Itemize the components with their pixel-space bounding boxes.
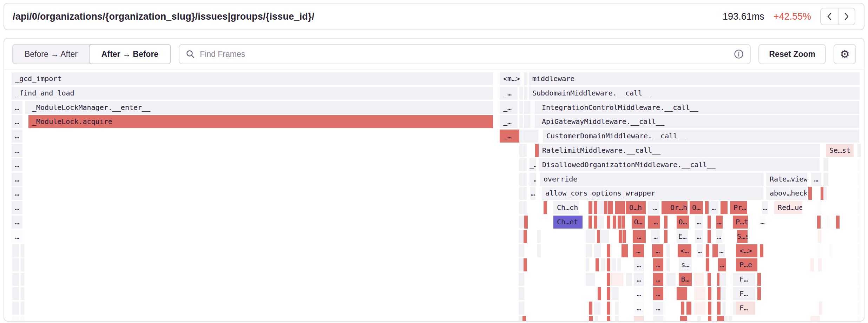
flame-frame[interactable] [586, 258, 589, 271]
flame-frame[interactable] [857, 230, 861, 243]
flame-frame[interactable]: abov…heck [766, 187, 807, 200]
flame-frame[interactable]: … [709, 201, 718, 214]
flame-frame[interactable] [717, 302, 721, 315]
flame-frame[interactable]: … [651, 201, 659, 214]
search-input[interactable] [199, 49, 730, 59]
flame-frame[interactable] [827, 216, 830, 229]
flame-frame[interactable]: Ch…et [553, 216, 583, 229]
flame-frame[interactable]: … [653, 316, 663, 322]
flame-frame[interactable] [588, 201, 592, 214]
flame-frame[interactable] [608, 201, 613, 214]
flame-frame[interactable] [757, 273, 761, 286]
flame-frame[interactable] [601, 258, 605, 271]
flame-frame[interactable] [708, 273, 711, 286]
flame-frame[interactable]: _… [500, 130, 520, 143]
flame-frame[interactable] [857, 316, 861, 322]
flame-frame[interactable]: DisallowedOrganizationMiddleware.__call_… [539, 158, 820, 171]
flame-frame[interactable] [694, 302, 705, 315]
flame-frame[interactable] [535, 130, 538, 143]
flame-frame[interactable] [597, 302, 600, 315]
flame-frame[interactable]: allow_cors_options_wrapper [542, 187, 763, 200]
flame-frame[interactable] [589, 316, 593, 322]
flame-frame[interactable]: … [12, 115, 22, 128]
flame-frame[interactable] [523, 144, 527, 157]
flame-frame[interactable] [535, 115, 538, 128]
flame-frame[interactable]: … [651, 230, 660, 243]
flame-frame[interactable]: … [634, 287, 644, 300]
flame-frame[interactable]: … [12, 101, 22, 114]
flame-frame[interactable] [21, 244, 24, 257]
flame-frame[interactable] [823, 187, 827, 200]
flame-frame[interactable] [607, 216, 610, 229]
flame-frame[interactable]: … [718, 244, 725, 257]
flame-frame[interactable] [818, 258, 822, 271]
flame-frame[interactable] [12, 316, 19, 322]
flame-frame[interactable] [686, 302, 691, 315]
flame-frame[interactable]: … [695, 230, 703, 243]
flame-frame[interactable] [519, 101, 523, 114]
flame-frame[interactable] [607, 258, 610, 271]
flame-frame[interactable] [589, 302, 592, 315]
toggle-before-after[interactable]: Before → After [13, 45, 90, 64]
flame-frame[interactable]: … [653, 258, 663, 271]
flame-frame[interactable]: … [651, 216, 660, 229]
flame-frame[interactable] [622, 216, 625, 229]
flame-frame[interactable] [829, 244, 833, 257]
flame-frame[interactable] [527, 101, 531, 114]
flame-frame[interactable]: _… [530, 173, 536, 186]
flame-frame[interactable] [519, 158, 523, 171]
flame-frame[interactable]: … [634, 302, 644, 315]
flame-frame[interactable] [681, 302, 684, 315]
flame-frame[interactable] [519, 187, 523, 200]
flame-frame[interactable]: P…t [736, 216, 748, 229]
flame-frame[interactable] [721, 316, 724, 322]
flame-frame[interactable]: _… [500, 87, 518, 100]
flame-frame[interactable]: … [12, 187, 22, 200]
flame-frame[interactable] [519, 201, 523, 214]
flame-frame[interactable] [607, 273, 610, 286]
flame-frame[interactable]: _… [500, 115, 518, 128]
flame-frame[interactable] [624, 244, 628, 257]
flame-frame[interactable] [619, 230, 622, 243]
flame-frame[interactable] [596, 258, 599, 271]
prev-button[interactable] [821, 8, 838, 25]
flame-frame[interactable] [648, 216, 651, 229]
flame-frame[interactable] [531, 115, 534, 128]
flame-frame[interactable] [664, 230, 668, 243]
flame-frame[interactable] [857, 216, 861, 229]
flame-frame[interactable]: middleware [529, 72, 860, 85]
flame-frame[interactable]: S…s [737, 230, 748, 243]
flame-frame[interactable] [594, 244, 598, 257]
flame-frame[interactable] [524, 72, 527, 85]
flame-frame[interactable] [719, 273, 726, 286]
flame-frame[interactable] [21, 258, 24, 271]
flame-frame[interactable] [537, 230, 541, 243]
flame-frame[interactable]: … [716, 216, 723, 229]
flame-frame[interactable] [21, 316, 24, 322]
flame-frame[interactable] [857, 302, 861, 315]
flame-frame[interactable] [519, 130, 523, 143]
flame-frame[interactable] [595, 316, 598, 322]
flame-frame[interactable] [823, 173, 828, 186]
flame-frame[interactable] [666, 244, 670, 257]
flame-frame[interactable]: … [695, 216, 703, 229]
flame-frame[interactable] [523, 158, 527, 171]
flame-frame[interactable]: Se…st [826, 144, 854, 157]
flame-frame[interactable] [12, 287, 19, 300]
flame-frame[interactable]: <… [678, 244, 691, 257]
flame-frame[interactable] [857, 158, 861, 171]
flame-frame[interactable] [12, 258, 19, 271]
flame-frame[interactable]: O… [632, 216, 645, 229]
flame-frame[interactable] [544, 201, 547, 214]
flame-frame[interactable] [808, 187, 812, 200]
flame-frame[interactable]: … [653, 273, 663, 286]
flame-frame[interactable]: F… [736, 273, 755, 286]
flame-frame[interactable] [21, 273, 24, 286]
flame-frame[interactable] [857, 187, 861, 200]
flame-frame[interactable]: … [633, 230, 646, 243]
flame-frame[interactable]: … [12, 230, 23, 243]
flame-frame[interactable] [519, 173, 523, 186]
flame-frame[interactable]: … [653, 287, 663, 300]
flame-frame[interactable]: P…e [736, 258, 757, 271]
settings-button[interactable]: ⚙ [834, 44, 856, 64]
